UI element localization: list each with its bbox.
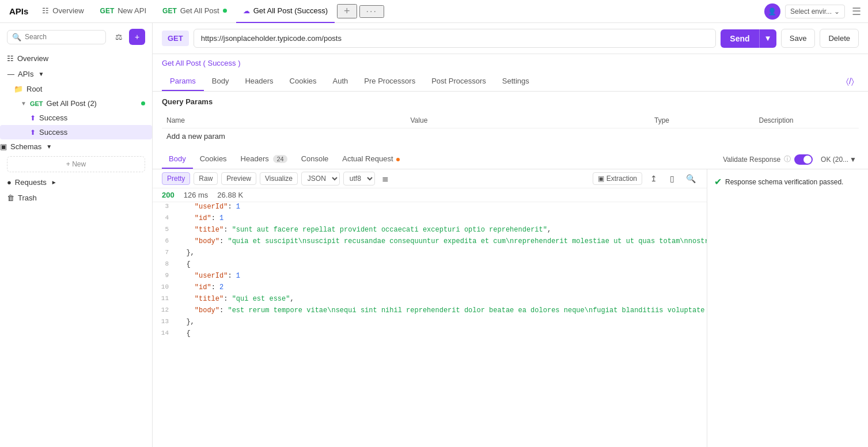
line-content: "id": 2 [173,283,707,294]
sidebar-overview-label: Overview [17,54,48,63]
format-preview-btn[interactable]: Preview [221,172,256,185]
validate-toggle-btn[interactable] [794,154,813,165]
col-description: Description [755,113,859,128]
search-icon[interactable]: 🔍 [684,172,698,185]
res-tab-body[interactable]: Body [162,150,193,169]
tab-new-api[interactable]: GET New API [93,0,154,23]
code-line: 14 { [153,329,707,340]
line-number: 3 [153,202,173,214]
code-viewer[interactable]: 3 "userId": 14 "id": 15 "title": "sunt a… [153,202,707,447]
save-button[interactable]: Save [781,29,816,48]
line-number: 8 [153,260,173,271]
url-input[interactable] [194,29,717,48]
sidebar-item-overview[interactable]: ☷ Overview [0,51,152,66]
add-tab-button[interactable]: + [337,4,357,18]
code-line: 6 "body": "quia et suscipit\nsuscipit re… [153,237,707,248]
filter-button[interactable]: ⚖ [111,29,127,45]
code-icon-end[interactable]: 〈/〉 [842,72,859,91]
folder-icon: 📁 [14,85,23,93]
environment-select[interactable]: Select envir... ⌄ [785,5,845,18]
code-line: 13 }, [153,317,707,329]
res-tab-actual-request[interactable]: Actual Request [335,150,407,169]
user-avatar[interactable]: 👤 [764,3,780,20]
add-param-label[interactable]: Add a new param [162,128,859,145]
add-button[interactable]: + [129,29,145,45]
tab-pre-processors[interactable]: Pre Processors [356,72,423,91]
type-select[interactable]: JSON [301,172,340,185]
line-content: }, [173,317,707,329]
new-button[interactable]: + New [7,156,145,172]
sidebar-tools: ⚖ + [111,29,145,45]
tree-success-1[interactable]: ⬆ Success [0,111,152,125]
tab-headers[interactable]: Headers [237,72,281,91]
tab-get-all-post-method: GET [162,7,177,15]
tab-auth[interactable]: Auth [325,72,357,91]
tab-get-all-post[interactable]: GET Get All Post [156,0,234,23]
sidebar-trash-label: Trash [18,194,37,202]
tab-get-all-post-success[interactable]: ☁ Get All Post (Success) [236,0,335,23]
top-tab-bar: APIs ☷ Overview GET New API GET Get All … [0,0,868,23]
sidebar-item-apis[interactable]: ⸻ APIs ▼ [0,66,152,82]
ok-status-badge[interactable]: OK (20... ▼ [821,156,856,164]
schema-message: Response schema verification passed. [725,178,843,186]
format-raw-btn[interactable]: Raw [194,172,218,185]
more-tabs-button[interactable]: ··· [359,5,384,18]
search-bar[interactable]: 🔍 [7,30,106,44]
tab-get-all-post-label: Get All Post [180,6,219,15]
schemas-chevron-icon: ▼ [46,143,52,150]
tree-success-2[interactable]: ⬆ Success [0,125,152,139]
send-button[interactable]: Send [721,29,759,48]
env-label: Select envir... [790,7,832,16]
request-tabs-bar: Params Body Headers Cookies Auth Pre Pro… [153,72,868,92]
tree-get-all-post[interactable]: ▼ GET Get All Post (2) [0,96,152,111]
tab-cookies[interactable]: Cookies [282,72,325,91]
line-number: 12 [153,306,173,317]
chevron-down-icon: ⌄ [834,7,840,16]
res-tab-console[interactable]: Console [294,150,336,169]
res-tab-cookies[interactable]: Cookies [193,150,234,169]
send-dropdown-button[interactable]: ▼ [759,29,776,48]
params-section: Query Params Name Value Type Description… [153,92,868,150]
col-type: Type [650,113,755,128]
code-line: 10 "id": 2 [153,283,707,294]
line-content: "body": "quia et suscipit\nsuscipit recu… [173,237,707,248]
sidebar-trash[interactable]: 🗑 Trash [0,190,152,206]
res-tab-headers[interactable]: Headers 24 [234,150,294,169]
search-input[interactable] [25,33,101,41]
align-icon[interactable]: ≣ [378,172,392,185]
code-line: 11 "title": "qui est esse", [153,294,707,306]
download-icon[interactable]: ↥ [647,172,661,185]
add-param-row[interactable]: Add a new param [162,128,859,145]
extraction-btn[interactable]: ▣ Extraction [593,172,642,185]
tab-params[interactable]: Params [162,72,204,91]
ok-label: OK (20... [821,156,848,164]
query-params-title: Query Params [162,97,859,106]
tab-overview-label: Overview [52,6,84,15]
tree-root-item[interactable]: 📁 Root [0,82,152,96]
response-side-panel: ✔ Response schema verification passed. [707,169,868,447]
format-pretty-btn[interactable]: Pretty [162,172,190,185]
line-number: 13 [153,317,173,329]
tab-overview[interactable]: ☷ Overview [35,0,90,23]
copy-icon[interactable]: ▯ [665,172,679,185]
line-content: "title": "qui est esse", [173,294,707,306]
delete-button[interactable]: Delete [820,29,859,48]
code-line: 5 "title": "sunt aut facere repellat pro… [153,225,707,237]
toolbar-right: ▣ Extraction ↥ ▯ 🔍 [593,172,698,185]
hamburger-menu[interactable]: ☰ [850,3,863,20]
content-area: GET Send ▼ Save Delete Get All Post ( Su… [153,23,868,447]
sidebar-requests[interactable]: ● Requests ► [0,175,152,190]
response-status-area: Validate Response ⓘ OK (20... ▼ [723,154,859,165]
check-icon: ✔ [714,176,722,187]
line-number: 9 [153,271,173,283]
top-right-area: 👤 Select envir... ⌄ ☰ [764,3,863,20]
sidebar-schemas[interactable]: ▣ Schemas ▼ [0,139,152,154]
validate-response-area: Validate Response ⓘ [723,154,813,165]
encoding-select[interactable]: utf8 [343,172,375,185]
line-content: "id": 1 [173,214,707,225]
format-visualize-btn[interactable]: Visualize [260,172,298,185]
line-content: { [173,260,707,271]
tab-body[interactable]: Body [204,72,237,91]
tab-post-processors[interactable]: Post Processors [423,72,494,91]
tab-settings[interactable]: Settings [494,72,537,91]
